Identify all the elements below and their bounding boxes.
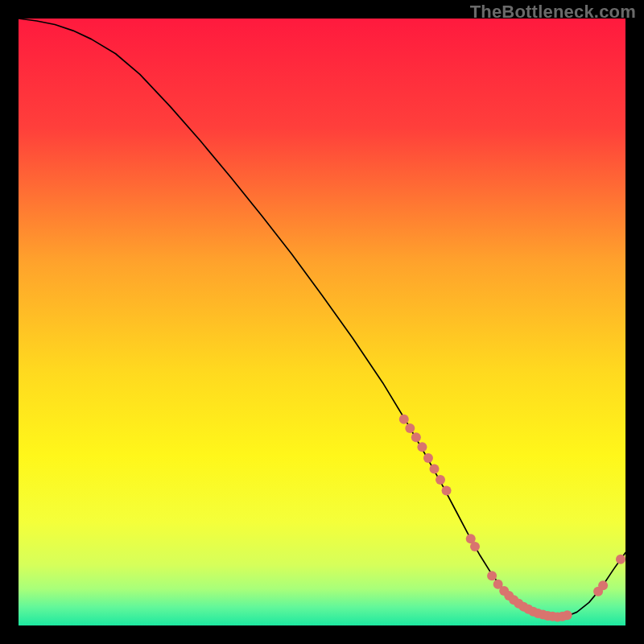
watermark-label: TheBottleneck.com bbox=[470, 2, 636, 23]
data-point-marker bbox=[470, 542, 480, 551]
data-point-marker bbox=[436, 475, 445, 485]
chart-frame: TheBottleneck.com bbox=[0, 0, 644, 644]
bottleneck-curve bbox=[19, 19, 625, 618]
data-point-marker bbox=[487, 571, 497, 580]
data-point-marker bbox=[423, 453, 433, 463]
data-point-marker bbox=[411, 432, 421, 442]
curve-layer bbox=[19, 19, 625, 625]
data-point-marker bbox=[563, 610, 572, 620]
data-point-marker bbox=[399, 415, 409, 424]
data-point-marker bbox=[417, 442, 427, 452]
data-point-marker bbox=[405, 423, 415, 433]
data-point-marker bbox=[616, 555, 625, 564]
data-point-marker bbox=[598, 580, 608, 590]
data-point-marker bbox=[442, 486, 452, 496]
data-point-marker bbox=[429, 464, 439, 473]
